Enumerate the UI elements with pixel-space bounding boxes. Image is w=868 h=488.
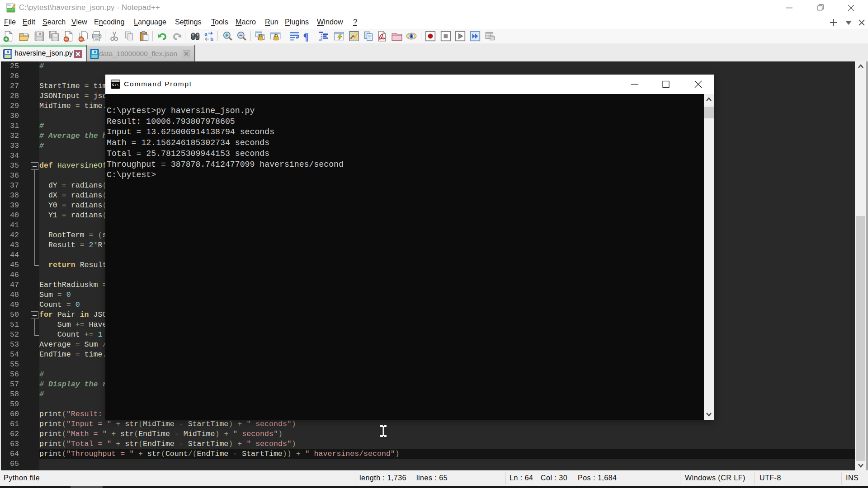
svg-text:b: b [210,37,213,42]
svg-text:C:\_: C:\_ [112,83,120,87]
svg-text:¶: ¶ [303,31,308,42]
svg-text:a: a [204,31,208,37]
